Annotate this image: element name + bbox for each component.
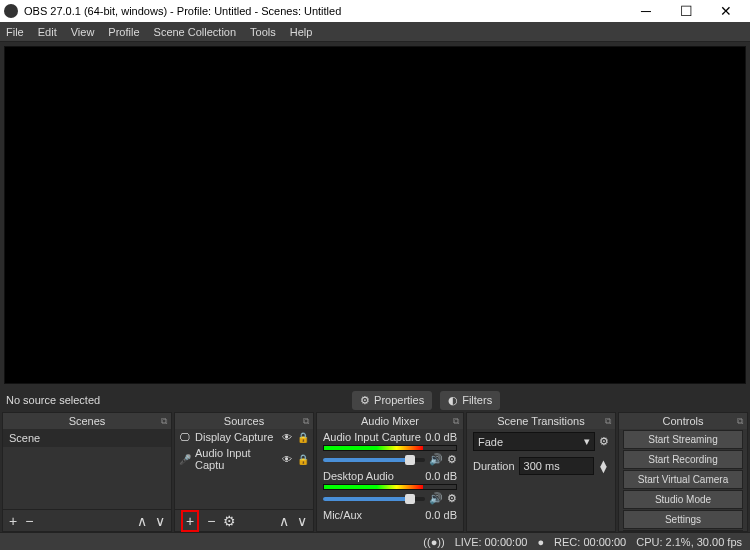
channel-db: 0.0 dB: [425, 509, 457, 521]
gear-icon[interactable]: ⚙: [447, 453, 457, 466]
app-icon: [4, 4, 18, 18]
menu-file[interactable]: File: [6, 26, 24, 38]
rec-status: REC: 00:00:00: [554, 536, 626, 548]
menu-scene-collection[interactable]: Scene Collection: [154, 26, 237, 38]
popout-icon[interactable]: ⧉: [737, 416, 743, 427]
menubar: File Edit View Profile Scene Collection …: [0, 22, 750, 42]
scenes-dock: Scenes⧉ Scene + − ∧ ∨: [2, 412, 172, 532]
volume-slider[interactable]: [323, 458, 425, 462]
start-virtual-camera-button[interactable]: Start Virtual Camera: [623, 470, 743, 489]
window-controls: ─ ☐ ✕: [626, 3, 746, 19]
popout-icon[interactable]: ⧉: [161, 416, 167, 427]
controls-dock: Controls⧉ Start Streaming Start Recordin…: [618, 412, 748, 532]
gear-icon: ⚙: [360, 394, 370, 407]
move-up-icon[interactable]: ∧: [137, 513, 147, 529]
channel-name: Desktop Audio: [323, 470, 394, 482]
add-scene-button[interactable]: +: [9, 513, 17, 529]
add-source-button[interactable]: +: [181, 510, 199, 532]
popout-icon[interactable]: ⧉: [303, 416, 309, 427]
controls-title: Controls: [663, 415, 704, 427]
duration-spinner[interactable]: ▲▼: [598, 460, 609, 472]
chevron-down-icon: ▾: [584, 435, 590, 448]
mixer-title: Audio Mixer: [361, 415, 419, 427]
mixer-channel: Desktop Audio0.0 dB 🔊⚙: [317, 468, 463, 507]
transitions-title: Scene Transitions: [497, 415, 584, 427]
sources-title: Sources: [224, 415, 264, 427]
studio-mode-button[interactable]: Studio Mode: [623, 490, 743, 509]
preview-area[interactable]: [4, 46, 746, 384]
duration-input[interactable]: 300 ms: [519, 457, 595, 475]
rec-dot-icon: ●: [537, 536, 544, 548]
source-row[interactable]: 🎤 Audio Input Captu 👁 🔒: [175, 445, 313, 473]
audio-mixer-dock: Audio Mixer⧉ Audio Input Capture0.0 dB 🔊…: [316, 412, 464, 532]
scene-item[interactable]: Scene: [3, 429, 171, 447]
maximize-button[interactable]: ☐: [666, 3, 706, 19]
channel-db: 0.0 dB: [425, 470, 457, 482]
titlebar: OBS 27.0.1 (64-bit, windows) - Profile: …: [0, 0, 750, 22]
channel-name: Audio Input Capture: [323, 431, 421, 443]
move-up-icon[interactable]: ∧: [279, 513, 289, 529]
exit-button[interactable]: Exit: [623, 530, 743, 531]
mixer-channel: Audio Input Capture0.0 dB 🔊⚙: [317, 429, 463, 468]
display-icon: 🖵: [179, 432, 191, 443]
channel-db: 0.0 dB: [425, 431, 457, 443]
start-streaming-button[interactable]: Start Streaming: [623, 430, 743, 449]
gear-icon[interactable]: ⚙: [599, 435, 609, 448]
filter-icon: ◐: [448, 394, 458, 407]
menu-tools[interactable]: Tools: [250, 26, 276, 38]
menu-help[interactable]: Help: [290, 26, 313, 38]
settings-button[interactable]: Settings: [623, 510, 743, 529]
menu-profile[interactable]: Profile: [108, 26, 139, 38]
broadcast-icon: ((●)): [423, 536, 444, 548]
remove-scene-button[interactable]: −: [25, 513, 33, 529]
minimize-button[interactable]: ─: [626, 3, 666, 19]
transition-select[interactable]: Fade▾: [473, 432, 595, 451]
cpu-status: CPU: 2.1%, 30.00 fps: [636, 536, 742, 548]
sources-dock: Sources⧉ 🖵 Display Capture 👁 🔒 🎤 Audio I…: [174, 412, 314, 532]
duration-label: Duration: [473, 460, 515, 472]
no-source-label: No source selected: [6, 394, 100, 406]
speaker-icon[interactable]: 🔊: [429, 453, 443, 466]
popout-icon[interactable]: ⧉: [605, 416, 611, 427]
remove-source-button[interactable]: −: [207, 513, 215, 529]
docks: Scenes⧉ Scene + − ∧ ∨ Sources⧉ 🖵 Display…: [0, 412, 750, 532]
close-button[interactable]: ✕: [706, 3, 746, 19]
volume-slider[interactable]: [323, 497, 425, 501]
window-title: OBS 27.0.1 (64-bit, windows) - Profile: …: [24, 5, 341, 17]
start-recording-button[interactable]: Start Recording: [623, 450, 743, 469]
statusbar: ((●)) LIVE: 00:00:00 ● REC: 00:00:00 CPU…: [0, 532, 750, 550]
move-down-icon[interactable]: ∨: [155, 513, 165, 529]
eye-icon[interactable]: 👁: [281, 454, 293, 465]
live-status: LIVE: 00:00:00: [455, 536, 528, 548]
source-settings-icon[interactable]: ⚙: [223, 513, 236, 529]
mic-icon: 🎤: [179, 454, 191, 465]
source-toolbar: No source selected ⚙Properties ◐Filters: [0, 388, 750, 412]
audio-meter: [323, 484, 457, 490]
transitions-dock: Scene Transitions⧉ Fade▾ ⚙ Duration 300 …: [466, 412, 616, 532]
menu-edit[interactable]: Edit: [38, 26, 57, 38]
filters-button[interactable]: ◐Filters: [440, 391, 500, 410]
properties-button[interactable]: ⚙Properties: [352, 391, 432, 410]
scenes-title: Scenes: [69, 415, 106, 427]
source-row[interactable]: 🖵 Display Capture 👁 🔒: [175, 429, 313, 445]
move-down-icon[interactable]: ∨: [297, 513, 307, 529]
channel-name: Mic/Aux: [323, 509, 362, 521]
source-label: Display Capture: [195, 431, 277, 443]
speaker-icon[interactable]: 🔊: [429, 492, 443, 505]
mixer-channel: Mic/Aux0.0 dB: [317, 507, 463, 523]
lock-icon[interactable]: 🔒: [297, 454, 309, 465]
gear-icon[interactable]: ⚙: [447, 492, 457, 505]
menu-view[interactable]: View: [71, 26, 95, 38]
source-label: Audio Input Captu: [195, 447, 277, 471]
eye-icon[interactable]: 👁: [281, 432, 293, 443]
popout-icon[interactable]: ⧉: [453, 416, 459, 427]
audio-meter: [323, 445, 457, 451]
lock-icon[interactable]: 🔒: [297, 432, 309, 443]
